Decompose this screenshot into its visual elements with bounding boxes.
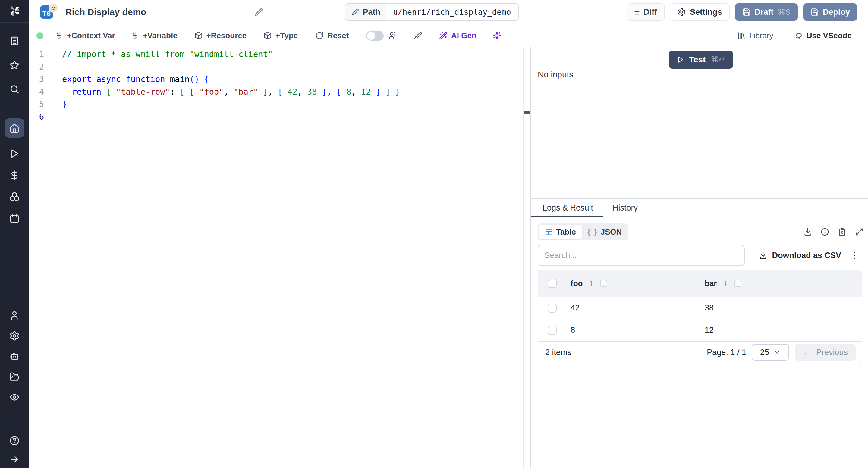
path-control[interactable]: Path u/henri/rich_display_demo — [345, 3, 519, 21]
code-line[interactable] — [62, 61, 523, 73]
sidebar-item-favorites[interactable] — [9, 60, 20, 70]
chevron-down-icon — [774, 349, 781, 356]
row-checkbox[interactable] — [548, 304, 557, 312]
view-table-option[interactable]: Table — [539, 225, 582, 239]
path-value[interactable]: u/henri/rich_display_demo — [386, 4, 518, 21]
copy-clipboard-icon[interactable] — [838, 227, 846, 236]
library-button[interactable]: Library — [737, 31, 773, 40]
result-tabs: Logs & Result History — [531, 199, 868, 218]
line-number: 3 — [29, 73, 62, 86]
column-option-box[interactable] — [600, 280, 607, 287]
sidebar-item-schedules[interactable] — [9, 213, 20, 224]
sidebar-divider — [0, 109, 29, 109]
page-indicator: Page: 1 / 1 — [707, 348, 746, 357]
download-csv-button[interactable]: Download as CSV — [759, 251, 841, 260]
table-row[interactable]: 812 — [538, 319, 862, 341]
download-result-icon[interactable] — [803, 227, 812, 236]
table-cell: 38 — [705, 303, 714, 312]
code-line[interactable]: export async function main() { — [62, 73, 523, 86]
code-token: { — [204, 74, 209, 84]
code-editor[interactable]: 123456 // import * as wmill from "windmi… — [29, 47, 530, 468]
search-input[interactable] — [538, 245, 745, 266]
code-line[interactable] — [62, 110, 523, 123]
sidebar-item-search[interactable] — [9, 84, 20, 94]
code-token: , — [327, 87, 337, 96]
ai-gen-button[interactable]: AI Gen — [439, 31, 476, 40]
code-line[interactable]: return { "table-row": [ [ "foo", "bar" ]… — [62, 86, 523, 98]
code-line[interactable]: // import * as wmill from "windmill-clie… — [62, 48, 523, 61]
package-icon — [264, 31, 272, 40]
code-token: "foo" — [199, 87, 224, 96]
download-icon — [759, 251, 767, 260]
code-line[interactable]: } — [62, 98, 523, 110]
result-table: foobar 4238812 2 items Page: 1 / 1 25 — [538, 270, 862, 364]
multiplayer-users-icon[interactable] — [389, 31, 397, 40]
code-token: { — [106, 87, 111, 96]
column-header-label: foo — [570, 279, 583, 288]
format-brush-button[interactable] — [414, 31, 422, 40]
collaboration-toggle[interactable] — [366, 31, 384, 41]
info-icon[interactable] — [820, 227, 830, 236]
code-token — [371, 87, 375, 96]
code-token: } — [396, 87, 400, 96]
line-number: 1 — [29, 48, 62, 61]
code-token: , — [224, 87, 234, 96]
windmill-logo-icon[interactable] — [8, 4, 21, 19]
code-token — [258, 87, 263, 96]
editor-code-area[interactable]: // import * as wmill from "windmill-clie… — [62, 47, 523, 468]
editor-scrollbar[interactable] — [523, 47, 530, 468]
sidebar-item-settings[interactable] — [9, 331, 20, 341]
test-button[interactable]: Test ⌘↵ — [669, 51, 733, 69]
sidebar-item-variables[interactable] — [9, 170, 20, 180]
sort-icon[interactable] — [588, 280, 595, 287]
select-all-checkbox[interactable] — [548, 279, 557, 288]
page-size-select[interactable]: 25 — [752, 344, 789, 361]
table-footer: 2 items Page: 1 / 1 25 ← Previous — [538, 341, 862, 363]
column-option-box[interactable] — [734, 280, 741, 287]
code-token — [92, 74, 96, 84]
line-number: 4 — [29, 86, 62, 98]
code-token: ] — [263, 87, 268, 96]
typescript-badge: TS — [40, 5, 53, 19]
column-header-label: bar — [705, 279, 717, 288]
row-checkbox[interactable] — [548, 326, 557, 335]
table-menu-kebab[interactable] — [854, 252, 855, 259]
view-json-option[interactable]: { } JSON — [582, 225, 627, 239]
draft-button[interactable]: Draft ⌘S — [735, 3, 798, 21]
expand-icon[interactable] — [855, 227, 864, 236]
settings-button[interactable]: Settings — [670, 3, 730, 21]
edit-summary-pencil-icon[interactable] — [254, 7, 264, 16]
sparkles-icon[interactable] — [493, 31, 501, 40]
table-row[interactable]: 4238 — [538, 297, 862, 319]
sidebar-item-workers[interactable] — [9, 351, 20, 361]
add-type-button[interactable]: +Type — [264, 31, 298, 40]
tab-history[interactable]: History — [603, 199, 647, 217]
sidebar-item-users[interactable] — [9, 310, 20, 321]
sidebar-item-audit[interactable] — [9, 392, 20, 402]
code-token — [184, 87, 189, 96]
code-token — [194, 87, 199, 96]
sidebar-item-resources[interactable] — [9, 192, 20, 202]
tab-logs-result[interactable]: Logs & Result — [531, 199, 603, 217]
previous-page-button[interactable]: ← Previous — [795, 344, 856, 361]
rotate-icon — [315, 31, 324, 40]
code-token: 42 — [287, 87, 298, 96]
sidebar-item-home[interactable] — [5, 119, 24, 138]
add-resource-button[interactable]: +Resource — [194, 31, 247, 40]
sidebar-item-folders[interactable] — [9, 372, 20, 382]
diff-button[interactable]: ± Diff — [627, 3, 665, 21]
sidebar-divider — [0, 22, 29, 23]
dollar-icon — [55, 31, 63, 40]
sort-icon[interactable] — [722, 280, 729, 287]
add-context-var-button[interactable]: +Context Var — [55, 31, 115, 40]
sidebar-item-runs[interactable] — [9, 148, 20, 159]
reset-button[interactable]: Reset — [315, 31, 349, 40]
help-icon[interactable] — [9, 435, 20, 446]
deploy-button[interactable]: Deploy — [803, 3, 857, 21]
play-icon — [676, 56, 684, 64]
users-icon — [389, 31, 397, 40]
expand-sidebar-icon[interactable] — [9, 454, 20, 464]
sidebar-item-workspace[interactable] — [9, 36, 20, 46]
add-variable-button[interactable]: +Variable — [131, 31, 178, 40]
use-vscode-button[interactable]: Use VScode — [795, 31, 852, 40]
